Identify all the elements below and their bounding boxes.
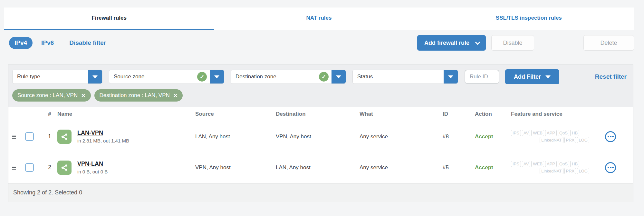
dropdown-arrow-button[interactable] [88, 70, 102, 84]
filter-chip-label: Source zone : LAN, VPN [17, 92, 78, 99]
feature-badge-ips: IPS [511, 161, 521, 167]
row-number: 2 [42, 164, 57, 171]
chevron-down-icon [475, 40, 480, 45]
rule-traffic-stats: in 0 B, out 0 B [77, 169, 108, 174]
row-checkbox[interactable] [25, 132, 34, 141]
destination-zone-dropdown-label: Destination zone [231, 74, 319, 80]
feature-badge-hb: HB [570, 161, 579, 167]
row-count-summary: Showing 2 of 2. Selected 0 [13, 189, 82, 196]
dropdown-arrow-button[interactable] [210, 70, 224, 84]
source-cell: VPN, Any host [195, 164, 276, 171]
action-cell: Accept [475, 133, 511, 140]
add-firewall-rule-label: Add firewall rule [424, 40, 469, 46]
filter-row: Rule type Source zone ✓ Destination zone… [12, 69, 629, 84]
add-filter-button[interactable]: Add Filter [505, 69, 559, 84]
tab-bar: Firewall rules NAT rules SSL/TLS inspect… [4, 7, 634, 30]
triangle-down-icon [92, 75, 98, 78]
active-filter-chips: Source zone : LAN, VPN ✕ Destination zon… [12, 89, 629, 102]
row-menu-ellipsis-icon[interactable] [605, 131, 616, 142]
filter-chip-label: Destination zone : LAN, VPN [100, 92, 170, 99]
tab-firewall-rules[interactable]: Firewall rules [4, 7, 214, 30]
toolbar: IPv4 IPv6 Disable filter Add firewall ru… [9, 33, 634, 53]
rule-id-cell: #8 [443, 133, 475, 140]
rule-id-input[interactable] [465, 70, 499, 84]
feature-badge-web: WEB [531, 130, 544, 136]
source-zone-dropdown[interactable]: Source zone ✓ [109, 70, 224, 84]
destination-zone-dropdown[interactable]: Destination zone ✓ [231, 70, 346, 84]
column-header-feature-and-service: Feature and service [511, 111, 605, 117]
rule-name-cell: LAN-VPN in 2.81 MB, out 1.41 MB [57, 130, 195, 144]
action-cell: Accept [475, 164, 511, 171]
rule-traffic-stats: in 2.81 MB, out 1.41 MB [77, 138, 129, 143]
check-circle-icon: ✓ [197, 72, 207, 82]
table-row: 2 VPN-LAN in 0 B, out 0 B VPN, Any host … [8, 152, 633, 183]
filter-section: Rule type Source zone ✓ Destination zone… [8, 65, 633, 107]
check-circle-icon: ✓ [319, 72, 329, 82]
feature-badge-log: LOG [577, 168, 589, 174]
feature-badge-linkednat: LinkedNAT [540, 137, 563, 143]
status-dropdown[interactable]: Status [352, 70, 458, 84]
table-row: 1 LAN-VPN in 2.81 MB, out 1.41 MB LAN, A… [8, 121, 633, 152]
disable-button[interactable]: Disable [491, 35, 534, 51]
triangle-down-icon [545, 75, 551, 78]
delete-button[interactable]: Delete [583, 35, 634, 51]
feature-badges: IPS AV WEB APP QoS HB LinkedNAT PRX LOG [511, 130, 605, 143]
disable-filter-link[interactable]: Disable filter [69, 39, 106, 46]
firewall-rules-card: Rule type Source zone ✓ Destination zone… [8, 64, 633, 202]
share-icon [57, 130, 72, 144]
feature-badge-ips: IPS [511, 130, 521, 136]
filter-chip-source-zone: Source zone : LAN, VPN ✕ [12, 89, 91, 102]
share-icon [57, 161, 72, 175]
rule-name-link[interactable]: VPN-LAN [77, 161, 108, 167]
row-menu-ellipsis-icon[interactable] [605, 162, 616, 173]
rule-type-dropdown-label: Rule type [13, 74, 88, 80]
filter-chip-destination-zone: Destination zone : LAN, VPN ✕ [94, 89, 183, 102]
feature-badge-log: LOG [577, 137, 589, 143]
drag-handle-icon[interactable] [12, 135, 16, 139]
rule-name-link[interactable]: LAN-VPN [77, 130, 129, 136]
what-cell: Any service [360, 133, 443, 140]
column-header-name: Name [57, 111, 195, 117]
row-checkbox[interactable] [25, 163, 34, 172]
triangle-down-icon [336, 75, 341, 78]
feature-badge-app: APP [545, 130, 557, 136]
triangle-down-icon [448, 75, 453, 78]
add-filter-label: Add Filter [514, 74, 541, 80]
column-header-action: Action [475, 111, 511, 117]
tab-nat-rules[interactable]: NAT rules [214, 7, 424, 30]
tab-ssl-tls-inspection-rules[interactable]: SSL/TLS inspection rules [424, 7, 634, 30]
reset-filter-link[interactable]: Reset filter [595, 73, 627, 80]
rule-name-cell: VPN-LAN in 0 B, out 0 B [57, 161, 195, 175]
rule-type-dropdown[interactable]: Rule type [12, 70, 102, 84]
feature-badge-hb: HB [570, 130, 579, 136]
ipv4-toggle[interactable]: IPv4 [9, 37, 33, 49]
what-cell: Any service [360, 164, 443, 171]
feature-badge-app: APP [545, 161, 557, 167]
drag-handle-icon[interactable] [12, 166, 16, 170]
status-dropdown-label: Status [353, 74, 444, 80]
feature-badge-prx: PRX [564, 168, 576, 174]
feature-badge-av: AV [522, 130, 530, 136]
source-zone-dropdown-label: Source zone [109, 74, 197, 80]
feature-badges: IPS AV WEB APP QoS HB LinkedNAT PRX LOG [511, 161, 605, 174]
rule-id-cell: #5 [443, 164, 475, 171]
close-icon[interactable]: ✕ [173, 93, 178, 99]
source-cell: LAN, Any host [195, 133, 276, 140]
close-icon[interactable]: ✕ [81, 93, 85, 99]
feature-badge-web: WEB [531, 161, 544, 167]
ipv6-toggle[interactable]: IPv6 [41, 39, 54, 46]
feature-badge-prx: PRX [564, 137, 576, 143]
table-header: # Name Source Destination What ID Action… [8, 107, 633, 121]
column-header-source: Source [195, 111, 276, 117]
feature-badge-av: AV [522, 161, 530, 167]
triangle-down-icon [214, 75, 219, 78]
add-firewall-rule-button[interactable]: Add firewall rule [417, 35, 486, 51]
row-number: 1 [42, 133, 57, 140]
dropdown-arrow-button[interactable] [332, 70, 346, 84]
destination-cell: VPN, Any host [276, 133, 360, 140]
column-header-number: # [42, 111, 57, 117]
destination-cell: LAN, Any host [276, 164, 360, 171]
column-header-what: What [360, 111, 443, 117]
dropdown-arrow-button[interactable] [444, 70, 458, 84]
feature-badge-qos: QoS [558, 161, 569, 167]
